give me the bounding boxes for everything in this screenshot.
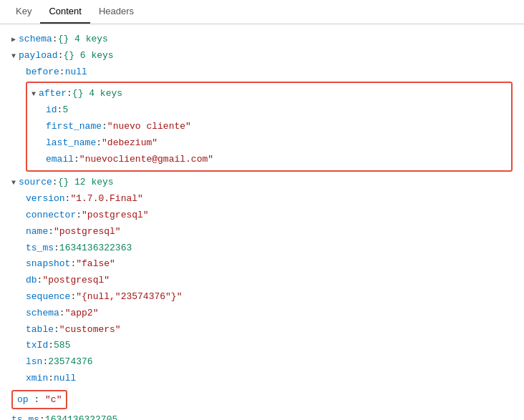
payload-row: ▼ payload : {} 6 keys (11, 48, 513, 64)
tsms-bottom-value: 1634136322705 (45, 413, 117, 420)
source-name-value: "postgresql" (54, 225, 121, 240)
source-tsms-value: 1634136322363 (59, 241, 132, 256)
source-schema-row: schema : "app2" (26, 306, 513, 322)
source-meta: {} 12 keys (58, 175, 114, 190)
after-section: ▼ after : {} 4 keys id : 5 first_name : … (26, 82, 513, 172)
source-db-key: db (26, 273, 37, 288)
op-key: op (17, 394, 29, 405)
source-table-key: table (26, 323, 54, 338)
before-value: null (65, 65, 87, 80)
tsms-bottom-row: ts_ms : 1634136322705 (11, 412, 513, 420)
before-key: before (26, 65, 59, 80)
tab-key[interactable]: Key (7, 0, 40, 24)
after-firstname-value: "nuevo cliente" (107, 119, 191, 135)
source-schema-key: schema (26, 306, 59, 321)
after-email-row: email : "nuevocliente@gmail.com" (46, 152, 507, 168)
source-tsms-row: ts_ms : 1634136322363 (26, 240, 513, 257)
tab-headers[interactable]: Headers (90, 0, 142, 24)
source-sequence-value: "{null,"23574376"}" (76, 290, 182, 305)
source-snapshot-row: snapshot : "false" (26, 256, 513, 273)
source-connector-value: "postgresql" (82, 208, 149, 223)
after-id-value: 5 (62, 103, 68, 118)
payload-meta: {} 6 keys (63, 49, 113, 64)
schema-key: schema (19, 32, 52, 47)
after-lastname-value: "debezium" (102, 136, 157, 151)
op-highlighted: op : "c" (11, 390, 67, 409)
schema-row: ▶ schema : {} 4 keys (11, 31, 513, 48)
source-txid-key: txId (26, 338, 48, 353)
schema-arrow[interactable]: ▶ (11, 34, 16, 46)
payload-arrow[interactable]: ▼ (11, 51, 16, 62)
after-lastname-key: last_name (46, 136, 96, 151)
source-connector-key: connector (26, 208, 76, 223)
source-name-key: name (26, 225, 48, 240)
source-name-row: name : "postgresql" (26, 224, 513, 240)
after-id-row: id : 5 (46, 102, 507, 119)
source-xmin-row: xmin : null (26, 371, 513, 387)
source-row: ▼ source : {} 12 keys (11, 175, 513, 191)
source-xmin-value: null (54, 371, 76, 386)
source-version-value: "1.7.0.Final" (70, 192, 142, 207)
source-arrow[interactable]: ▼ (11, 177, 16, 189)
source-txid-value: 585 (54, 338, 70, 353)
source-lsn-key: lsn (26, 355, 42, 370)
after-arrow[interactable]: ▼ (31, 89, 36, 100)
source-connector-row: connector : "postgresql" (26, 207, 513, 224)
source-lsn-value: 23574376 (48, 355, 92, 370)
after-key: after (39, 87, 67, 102)
source-snapshot-value: "false" (76, 257, 115, 272)
source-fields: version : "1.7.0.Final" connector : "pos… (11, 191, 513, 387)
after-email-key: email (46, 152, 74, 167)
before-row: before : null (11, 64, 513, 81)
source-version-key: version (26, 192, 65, 207)
source-db-row: db : "postgresql" (26, 273, 513, 289)
source-table-value: "customers" (59, 323, 121, 338)
schema-meta: {} 4 keys (58, 32, 108, 47)
after-lastname-row: last_name : "debezium" (46, 135, 507, 152)
source-table-row: table : "customers" (26, 322, 513, 338)
source-tsms-key: ts_ms (26, 241, 54, 256)
source-lsn-row: lsn : 23574376 (26, 354, 513, 371)
source-sequence-key: sequence (26, 290, 70, 305)
payload-key: payload (19, 49, 58, 64)
after-meta: {} 4 keys (72, 87, 122, 102)
after-email-value: "nuevocliente@gmail.com" (79, 152, 213, 167)
after-row: ▼ after : {} 4 keys (31, 86, 507, 102)
source-xmin-key: xmin (26, 371, 48, 386)
after-firstname-key: first_name (46, 119, 102, 135)
after-id-key: id (46, 103, 57, 118)
source-version-row: version : "1.7.0.Final" (26, 191, 513, 207)
source-sequence-row: sequence : "{null,"23574376"}" (26, 289, 513, 306)
tabs-container: Key Content Headers (0, 0, 524, 24)
source-txid-row: txId : 585 (26, 338, 513, 354)
after-firstname-row: first_name : "nuevo cliente" (46, 119, 507, 135)
source-key: source (19, 175, 52, 190)
source-db-value: "postgresql" (42, 273, 110, 288)
tsms-bottom-key: ts_ms (11, 413, 39, 420)
op-section: op : "c" (11, 389, 513, 411)
source-snapshot-key: snapshot (26, 257, 70, 272)
source-schema-value: "app2" (65, 306, 99, 321)
tab-content[interactable]: Content (40, 0, 90, 24)
content-panel: ▶ schema : {} 4 keys ▼ payload : {} 6 ke… (0, 24, 524, 420)
op-value: "c" (45, 394, 62, 405)
